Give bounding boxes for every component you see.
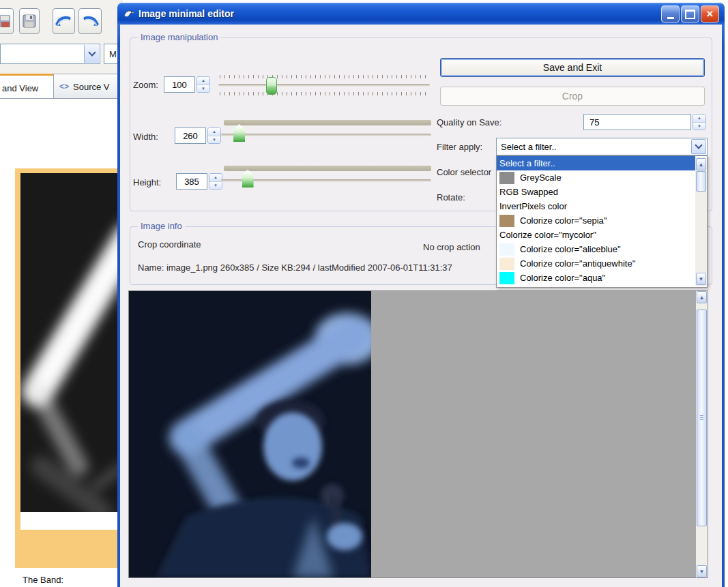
slider-thumb[interactable] xyxy=(266,77,277,95)
height-spinner[interactable]: 385 ▲ ▼ xyxy=(176,173,222,190)
crop-button[interactable]: Crop xyxy=(440,87,705,106)
color-swatch xyxy=(499,272,514,284)
filter-apply-label: Filter apply: xyxy=(437,138,482,155)
spinner-down-icon[interactable]: ▼ xyxy=(208,136,220,144)
rotate-label: Rotate: xyxy=(437,188,465,206)
zoom-value[interactable]: 100 xyxy=(164,76,195,93)
color-swatch xyxy=(499,243,514,256)
tab-command-view[interactable]: and View xyxy=(0,74,55,101)
filter-option[interactable]: Select a filter.. xyxy=(497,156,695,170)
redo-button[interactable] xyxy=(78,8,102,34)
filter-option[interactable]: RGB Swapped xyxy=(497,185,695,199)
filter-option[interactable]: Colorize color="aliceblue" xyxy=(497,242,695,256)
scroll-down-button[interactable]: ▼ xyxy=(696,273,706,285)
scrollbar-thumb[interactable] xyxy=(696,171,706,192)
photo-card xyxy=(15,168,123,568)
background-window: M and View <> Source V xyxy=(0,0,123,587)
maximize-button[interactable] xyxy=(681,5,699,22)
close-button[interactable]: ✕ xyxy=(701,5,719,22)
chevron-down-icon[interactable] xyxy=(691,139,706,154)
dropdown-scrollbar[interactable]: ▲ ▼ xyxy=(695,157,707,286)
photo-margin xyxy=(20,512,117,530)
zoom-spinner[interactable]: 100 ▲ ▼ xyxy=(164,76,210,93)
filter-dropdown-list: Select a filter..GreyScaleRGB SwappedInv… xyxy=(496,155,708,288)
spinner-up-icon[interactable]: ▲ xyxy=(208,128,220,136)
save-button[interactable] xyxy=(19,8,40,34)
image-preview-pane[interactable]: ▲ ▼ xyxy=(128,290,708,578)
file-info: Name: image_1.png 260x385 / Size KB:294 … xyxy=(138,260,452,274)
quality-spinner[interactable]: 75 ▲ ▼ xyxy=(583,114,706,130)
save-as-icon xyxy=(0,14,10,29)
side-field-value: M xyxy=(109,49,117,59)
undo-icon xyxy=(55,14,73,29)
slider-thumb[interactable] xyxy=(233,124,245,142)
code-icon: <> xyxy=(59,82,69,91)
scroll-up-icon: ▲ xyxy=(699,162,704,168)
zoom-label: Zoom: xyxy=(133,75,158,94)
preview-vertical-scrollbar[interactable]: ▲ ▼ xyxy=(696,291,708,577)
filter-option-label: Colorize color="aliceblue" xyxy=(520,244,621,254)
maximize-icon xyxy=(685,10,695,19)
color-selector-label: Color selector xyxy=(437,163,491,181)
width-slider[interactable] xyxy=(220,120,433,147)
color-swatch xyxy=(499,258,514,270)
filter-option[interactable]: Colorize color="sepia" xyxy=(497,213,695,228)
redo-icon xyxy=(81,14,99,29)
spinner-up-icon[interactable]: ▲ xyxy=(197,77,209,85)
tick-marks xyxy=(220,92,428,95)
filter-option[interactable]: GreyScale xyxy=(497,170,695,185)
filter-option[interactable]: Colorize color="mycolor" xyxy=(497,228,695,242)
address-combobox[interactable] xyxy=(0,44,100,64)
zoom-slider[interactable] xyxy=(217,74,431,97)
spinner-down-icon[interactable]: ▼ xyxy=(197,85,209,93)
slider-track[interactable] xyxy=(221,134,431,136)
height-slider[interactable] xyxy=(220,166,433,193)
thumb-grip xyxy=(700,415,703,421)
group-label: Image info xyxy=(138,221,185,231)
height-value[interactable]: 385 xyxy=(176,173,207,190)
window-title: Image minimal editor xyxy=(139,8,234,19)
photo-caption: The Band: xyxy=(23,575,63,585)
filter-option-label: Colorize color="mycolor" xyxy=(499,230,596,240)
slider-bar xyxy=(224,120,431,125)
crop-status: No crop action xyxy=(423,240,480,254)
filter-option-label: Colorize color="aqua" xyxy=(520,273,605,283)
filter-option-label: InvertPixels color xyxy=(499,201,567,211)
save-icon xyxy=(22,14,37,29)
filter-option-label: Colorize color="antiquewhite" xyxy=(520,258,635,269)
save-as-button[interactable] xyxy=(0,8,14,34)
scroll-down-button[interactable]: ▼ xyxy=(697,565,707,577)
chevron-down-icon[interactable] xyxy=(84,45,99,63)
filter-option-label: RGB Swapped xyxy=(499,187,558,197)
filter-option-label: Select a filter.. xyxy=(499,158,555,168)
filter-option[interactable]: Colorize color="aqua" xyxy=(497,271,695,285)
width-spinner[interactable]: 260 ▲ ▼ xyxy=(175,127,221,144)
undo-button[interactable] xyxy=(53,8,75,34)
quality-value[interactable]: 75 xyxy=(583,114,691,130)
page-content: The Band: xyxy=(0,99,123,587)
color-swatch xyxy=(499,215,514,227)
color-swatch xyxy=(499,172,514,184)
slider-thumb[interactable] xyxy=(242,170,254,187)
title-bar[interactable]: Image minimal editor ✕ xyxy=(117,3,725,25)
save-and-exit-button[interactable]: Save and Exit xyxy=(440,58,705,77)
filter-option[interactable]: InvertPixels color xyxy=(497,199,695,213)
filter-option[interactable]: Colorize color="antiquewhite" xyxy=(497,256,695,271)
spinner-up-icon[interactable]: ▲ xyxy=(693,115,705,122)
filter-combobox-value: Select a filter.. xyxy=(501,138,557,155)
tick-marks xyxy=(220,75,428,78)
filter-combobox[interactable]: Select a filter.. xyxy=(496,138,708,155)
scroll-up-button[interactable]: ▲ xyxy=(696,158,706,170)
minimize-button[interactable] xyxy=(661,5,680,22)
tab-label: Source V xyxy=(73,82,109,92)
screen: M and View <> Source V xyxy=(0,0,728,587)
slider-track[interactable] xyxy=(218,84,430,87)
quality-label: Quality on Save: xyxy=(437,113,501,131)
minimize-icon xyxy=(667,17,674,19)
scroll-up-button[interactable]: ▲ xyxy=(697,291,707,303)
height-label: Height: xyxy=(133,170,161,194)
dialog-body: Image manipulation Zoom: 100 ▲ ▼ Width: … xyxy=(120,25,722,587)
width-value[interactable]: 260 xyxy=(175,127,206,144)
scrollbar-thumb[interactable] xyxy=(697,310,707,526)
spinner-down-icon[interactable]: ▼ xyxy=(693,122,705,130)
